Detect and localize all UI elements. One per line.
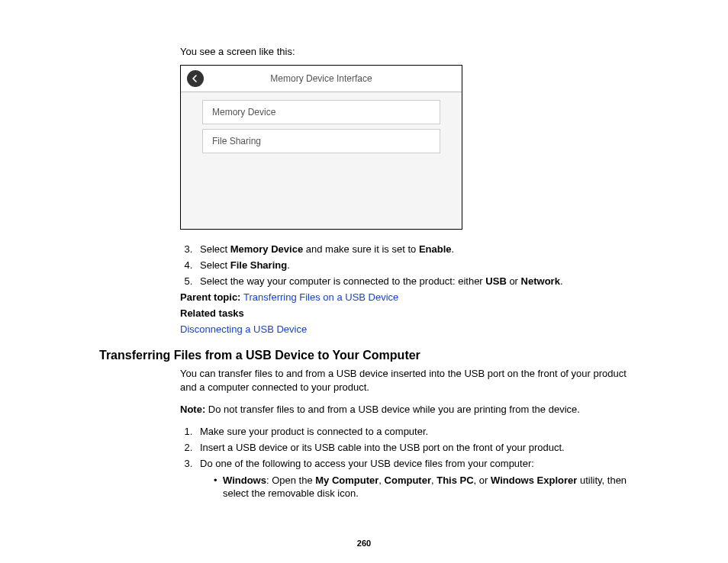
parent-topic-line: Parent topic: Transferring Files on a US… — [180, 291, 636, 303]
bullet-b2: My Computer — [315, 475, 378, 486]
bullet-b1: Windows — [223, 475, 266, 486]
screenshot-title: Memory Device Interface — [181, 73, 462, 84]
stepb-3: Do one of the following to access your U… — [195, 458, 636, 469]
step-3: Select Memory Device and make sure it is… — [195, 243, 636, 255]
parent-topic-label: Parent topic: — [180, 291, 243, 303]
step5-post: . — [560, 275, 563, 287]
step5-pre: Select the way your computer is connecte… — [200, 275, 485, 287]
page-number: 260 — [0, 539, 728, 548]
bullet-b4: This PC — [436, 475, 473, 486]
bullet-b5: Windows Explorer — [491, 475, 577, 486]
screenshot-titlebar: Memory Device Interface — [181, 66, 462, 92]
screenshot-body: Memory Device File Sharing — [181, 92, 462, 166]
step3-bold2: Enable — [419, 243, 452, 255]
intro-text: You see a screen like this: — [180, 46, 636, 57]
step-5: Select the way your computer is connecte… — [195, 275, 636, 287]
related-tasks-label-line: Related tasks — [180, 307, 636, 319]
step5-bold1: USB — [485, 275, 506, 287]
step3-bold1: Memory Device — [230, 243, 303, 255]
bullet-t1: : Open the — [266, 475, 315, 486]
section-intro-paragraph: You can transfer files to and from a USB… — [180, 367, 636, 394]
screenshot-row-memory-device: Memory Device — [202, 100, 440, 124]
parent-topic-link[interactable]: Transferring Files on a USB Device — [243, 291, 398, 303]
step4-post: . — [287, 259, 290, 271]
stepb-2: Insert a USB device or its USB cable int… — [195, 442, 636, 453]
screenshot-row-file-sharing: File Sharing — [202, 129, 440, 153]
step5-mid: or — [507, 275, 521, 287]
step5-bold2: Network — [521, 275, 560, 287]
sub-bullet-windows: Windows: Open the My Computer, Computer,… — [214, 474, 636, 500]
embedded-screenshot: Memory Device Interface Memory Device Fi… — [180, 65, 462, 230]
stepb-1: Make sure your product is connected to a… — [195, 426, 636, 437]
step3-mid: and make sure it is set to — [303, 243, 419, 255]
related-tasks-link-line: Disconnecting a USB Device — [180, 323, 636, 335]
note-text: Do not transfer files to and from a USB … — [208, 404, 580, 415]
related-task-link[interactable]: Disconnecting a USB Device — [180, 323, 307, 335]
step3-post: . — [452, 243, 455, 255]
steps-list-a: Select Memory Device and make sure it is… — [180, 243, 636, 287]
section-heading: Transferring Files from a USB Device to … — [99, 349, 636, 362]
note-paragraph: Note: Do not transfer files to and from … — [180, 403, 636, 417]
steps-list-b: Make sure your product is connected to a… — [180, 426, 636, 469]
step-4: Select File Sharing. — [195, 259, 636, 271]
step4-bold1: File Sharing — [230, 259, 287, 271]
bullet-t2: , — [378, 475, 384, 486]
bullet-t4: , or — [474, 475, 491, 486]
step4-pre: Select — [200, 259, 230, 271]
bullet-b3: Computer — [385, 475, 431, 486]
step3-pre: Select — [200, 243, 230, 255]
note-label: Note: — [180, 404, 208, 415]
related-tasks-label: Related tasks — [180, 307, 244, 319]
